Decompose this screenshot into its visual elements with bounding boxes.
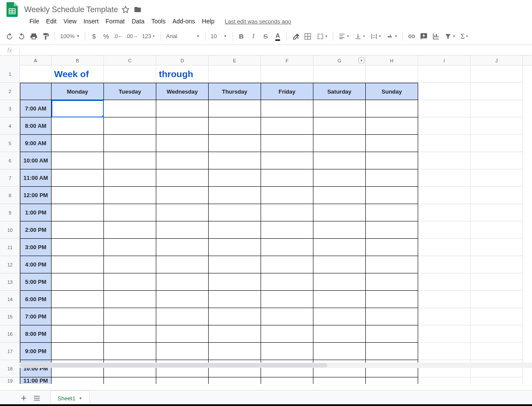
schedule-cell[interactable] (52, 100, 104, 117)
time-cell[interactable]: 3:00 PM (20, 239, 52, 256)
schedule-cell[interactable] (366, 152, 418, 169)
schedule-cell[interactable] (209, 204, 261, 221)
cell[interactable] (20, 65, 52, 83)
schedule-cell[interactable] (366, 377, 418, 384)
schedule-cell[interactable] (156, 221, 209, 239)
schedule-cell[interactable] (261, 117, 313, 135)
time-cell[interactable]: 7:00 PM (20, 308, 52, 325)
filter-icon[interactable]: ▼ (442, 31, 458, 42)
cell[interactable] (471, 256, 523, 273)
schedule-cell[interactable] (313, 325, 366, 343)
increase-decimal-icon[interactable]: .00→ (125, 31, 139, 42)
schedule-cell[interactable] (156, 325, 209, 343)
v-align-icon[interactable]: ▼ (352, 31, 368, 42)
column-header[interactable]: C (104, 55, 156, 65)
cell[interactable] (471, 117, 523, 135)
cell[interactable] (418, 239, 471, 256)
insert-chart-icon[interactable] (430, 31, 442, 42)
insert-comment-icon[interactable] (418, 31, 429, 42)
merge-cells-icon[interactable]: ▼ (314, 31, 331, 42)
schedule-cell[interactable] (261, 325, 313, 343)
schedule-cell[interactable] (209, 343, 261, 360)
schedule-cell[interactable] (313, 100, 366, 117)
time-cell[interactable]: 8:00 PM (20, 325, 52, 343)
borders-icon[interactable] (302, 31, 313, 42)
schedule-cell[interactable] (261, 343, 313, 360)
schedule-cell[interactable] (156, 152, 209, 169)
cell[interactable] (471, 308, 523, 325)
schedule-cell[interactable] (313, 256, 366, 273)
schedule-cell[interactable] (104, 117, 156, 135)
schedule-cell[interactable] (52, 291, 104, 308)
column-header[interactable]: F (261, 55, 313, 65)
cell[interactable] (471, 152, 523, 169)
through-label[interactable]: through (156, 65, 209, 83)
schedule-cell[interactable] (366, 135, 418, 152)
schedule-cell[interactable] (366, 291, 418, 308)
cell[interactable] (471, 273, 523, 291)
insert-link-icon[interactable] (406, 31, 417, 42)
menu-addons[interactable]: Add-ons (169, 16, 198, 26)
select-all-corner[interactable] (0, 55, 20, 65)
row-header[interactable]: 2 (0, 83, 20, 100)
cell[interactable] (418, 152, 471, 169)
cell[interactable] (418, 273, 471, 291)
schedule-cell[interactable] (104, 204, 156, 221)
schedule-cell[interactable] (366, 169, 418, 187)
menu-tools[interactable]: Tools (148, 16, 169, 26)
time-cell[interactable]: 10:00 AM (20, 152, 52, 169)
cell[interactable] (261, 65, 313, 83)
cell[interactable] (418, 135, 471, 152)
menu-edit[interactable]: Edit (43, 16, 60, 26)
schedule-cell[interactable] (261, 308, 313, 325)
row-header[interactable]: 15 (0, 308, 20, 325)
cell[interactable] (418, 187, 471, 204)
schedule-cell[interactable] (156, 273, 209, 291)
schedule-cell[interactable] (209, 135, 261, 152)
cell[interactable] (418, 169, 471, 187)
schedule-cell[interactable] (261, 152, 313, 169)
menu-insert[interactable]: Insert (80, 16, 102, 26)
schedule-cell[interactable] (209, 117, 261, 135)
cell[interactable] (104, 65, 156, 83)
schedule-cell[interactable] (261, 256, 313, 273)
time-cell[interactable]: 4:00 PM (20, 256, 52, 273)
column-dropdown-icon[interactable]: ▼ (358, 57, 364, 63)
time-cell[interactable]: 7:00 AM (20, 100, 52, 117)
schedule-cell[interactable] (209, 169, 261, 187)
schedule-cell[interactable] (156, 117, 209, 135)
schedule-cell[interactable] (209, 152, 261, 169)
schedule-cell[interactable] (261, 135, 313, 152)
schedule-cell[interactable] (52, 239, 104, 256)
schedule-cell[interactable] (366, 100, 418, 117)
schedule-cell[interactable] (261, 273, 313, 291)
cell[interactable] (471, 135, 523, 152)
h-align-icon[interactable]: ▼ (336, 31, 352, 42)
schedule-cell[interactable] (104, 135, 156, 152)
schedule-cell[interactable] (104, 273, 156, 291)
schedule-cell[interactable] (104, 239, 156, 256)
schedule-cell[interactable] (366, 343, 418, 360)
schedule-cell[interactable] (366, 117, 418, 135)
text-rotate-icon[interactable]: ▼ (384, 31, 400, 42)
schedule-cell[interactable] (366, 221, 418, 239)
fill-color-icon[interactable] (290, 31, 301, 42)
row-header[interactable]: 8 (0, 187, 20, 204)
italic-icon[interactable]: I (248, 31, 259, 42)
schedule-cell[interactable] (261, 100, 313, 117)
schedule-cell[interactable] (156, 239, 209, 256)
time-cell[interactable]: 5:00 PM (20, 273, 52, 291)
schedule-cell[interactable] (52, 273, 104, 291)
row-header[interactable]: 10 (0, 221, 20, 239)
cell[interactable] (418, 204, 471, 221)
schedule-cell[interactable] (209, 325, 261, 343)
schedule-cell[interactable] (156, 187, 209, 204)
cell[interactable] (471, 83, 523, 100)
schedule-cell[interactable] (313, 273, 366, 291)
font-size-combo[interactable]: 10▼ (208, 31, 230, 42)
row-header[interactable]: 16 (0, 325, 20, 343)
functions-icon[interactable]: Σ▼ (458, 31, 471, 42)
schedule-cell[interactable] (313, 291, 366, 308)
cell[interactable] (471, 291, 523, 308)
day-header[interactable]: Wednesday (156, 83, 209, 100)
